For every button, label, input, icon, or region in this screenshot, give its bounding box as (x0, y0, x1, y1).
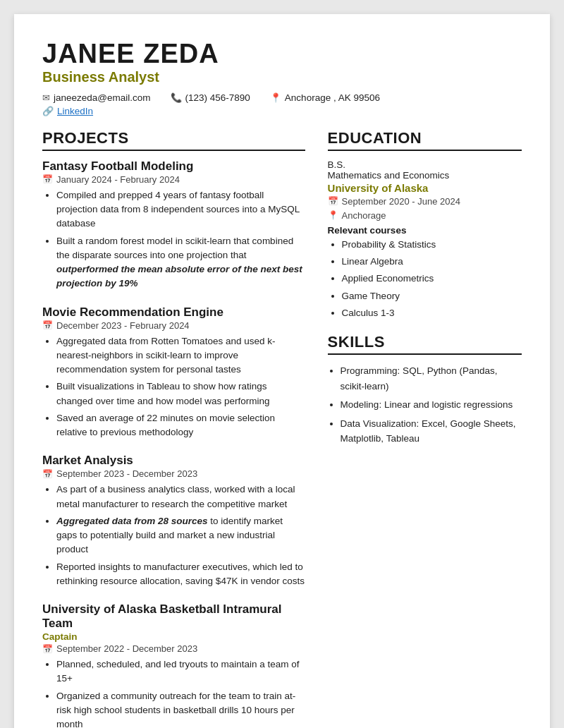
project-title-1: Fantasy Football Modeling (42, 159, 305, 174)
skills-section-title: SKILLS (328, 333, 522, 355)
edu-dates: 📅 September 2020 - June 2024 (328, 196, 522, 207)
contact-row: ✉ janeezeda@email.com 📞 (123) 456-7890 📍… (42, 92, 522, 103)
bullet-item: Aggregated data from Rotten Tomatoes and… (56, 334, 305, 377)
project-bullets-2: Aggregated data from Rotten Tomatoes and… (42, 334, 305, 440)
course-item: Applied Econometrics (342, 272, 522, 286)
project-bullets-4: Planned, scheduled, and led tryouts to m… (42, 657, 305, 728)
bullet-item: Aggregated data from 28 sources to ident… (56, 514, 305, 557)
course-item: Linear Algebra (342, 255, 522, 269)
skills-list: Programming: SQL, Python (Pandas, scikit… (328, 363, 522, 447)
linkedin-link[interactable]: LinkedIn (57, 106, 93, 116)
project-dates-4: 📅 September 2022 - December 2023 (42, 643, 305, 654)
right-column: EDUCATION B.S. Mathematics and Economics… (328, 129, 522, 728)
project-title-3: Market Analysis (42, 454, 305, 468)
project-title-4: University of Alaska Basketball Intramur… (42, 602, 305, 631)
education-section-title: EDUCATION (328, 129, 522, 151)
course-item: Calculus 1-3 (342, 306, 522, 320)
location-icon-edu: 📍 (328, 210, 338, 220)
bullet-item: Built a random forest model in scikit-le… (56, 234, 305, 291)
skill-item: Programming: SQL, Python (Pandas, scikit… (341, 363, 522, 394)
course-item: Game Theory (342, 289, 522, 303)
bullet-item: Planned, scheduled, and led tryouts to m… (56, 657, 305, 686)
project-bullets-3: As part of a business analytics class, w… (42, 483, 305, 588)
edu-field: Mathematics and Economics (328, 170, 522, 181)
linkedin-row: 🔗 LinkedIn (42, 106, 522, 116)
project-dates-1: 📅 January 2024 - February 2024 (42, 174, 305, 185)
calendar-icon-2: 📅 (42, 320, 53, 330)
course-item: Probability & Statistics (342, 238, 522, 252)
location-text: Anchorage , AK 99506 (285, 92, 380, 103)
bullet-item: Built visualizations in Tableau to show … (56, 380, 305, 408)
skill-item: Modeling: Linear and logistic regression… (341, 397, 522, 413)
project-fantasy-football: Fantasy Football Modeling 📅 January 2024… (42, 159, 305, 291)
bullet-item: As part of a business analytics class, w… (56, 483, 305, 511)
location-icon: 📍 (270, 92, 281, 103)
skill-item: Data Visualization: Excel, Google Sheets… (341, 416, 522, 447)
project-dates-2: 📅 December 2023 - February 2024 (42, 320, 305, 331)
email-text: janeezeda@email.com (54, 92, 151, 103)
project-basketball: University of Alaska Basketball Intramur… (42, 602, 305, 728)
main-content: PROJECTS Fantasy Football Modeling 📅 Jan… (42, 129, 522, 728)
bullet-item: Saved an average of 22 minutes on movie … (56, 411, 305, 440)
edu-location: Anchorage (342, 210, 386, 221)
header-section: JANEE ZEDA Business Analyst ✉ janeezeda@… (42, 40, 522, 116)
linkedin-icon: 🔗 (42, 106, 54, 116)
projects-column: PROJECTS Fantasy Football Modeling 📅 Jan… (42, 129, 305, 728)
project-movie-recommendation: Movie Recommendation Engine 📅 December 2… (42, 305, 305, 440)
linkedin-item[interactable]: 🔗 LinkedIn (42, 106, 93, 116)
project-subtitle-4: Captain (42, 631, 305, 642)
phone-text: (123) 456-7890 (185, 92, 250, 103)
skills-section: SKILLS Programming: SQL, Python (Pandas,… (328, 333, 522, 447)
candidate-title: Business Analyst (42, 69, 522, 85)
location-item: 📍 Anchorage , AK 99506 (270, 92, 380, 103)
calendar-icon-edu: 📅 (328, 196, 338, 206)
phone-icon: 📞 (171, 92, 182, 103)
project-title-2: Movie Recommendation Engine (42, 305, 305, 320)
courses-label: Relevant courses (328, 225, 522, 236)
education-block: B.S. Mathematics and Economics Universit… (328, 159, 522, 320)
calendar-icon-3: 📅 (42, 469, 53, 479)
project-dates-3: 📅 September 2023 - December 2023 (42, 468, 305, 479)
resume-container: JANEE ZEDA Business Analyst ✉ janeezeda@… (14, 14, 550, 728)
calendar-icon-1: 📅 (42, 174, 53, 184)
email-icon: ✉ (42, 92, 50, 103)
email-item: ✉ janeezeda@email.com (42, 92, 151, 103)
projects-section-title: PROJECTS (42, 129, 305, 151)
bullet-item: Reported insights to manufacturer execut… (56, 560, 305, 589)
phone-item: 📞 (123) 456-7890 (171, 92, 250, 103)
project-bullets-1: Compiled and prepped 4 years of fantasy … (42, 188, 305, 291)
candidate-name: JANEE ZEDA (42, 40, 522, 69)
calendar-icon-4: 📅 (42, 644, 53, 654)
edu-location-row: 📍 Anchorage (328, 210, 522, 221)
edu-school: University of Alaska (328, 182, 522, 194)
bullet-item: Organized a community outreach for the t… (56, 689, 305, 728)
bullet-item: Compiled and prepped 4 years of fantasy … (56, 188, 305, 231)
courses-list: Probability & Statistics Linear Algebra … (328, 238, 522, 320)
project-market-analysis: Market Analysis 📅 September 2023 - Decem… (42, 454, 305, 588)
edu-degree: B.S. (328, 159, 522, 170)
